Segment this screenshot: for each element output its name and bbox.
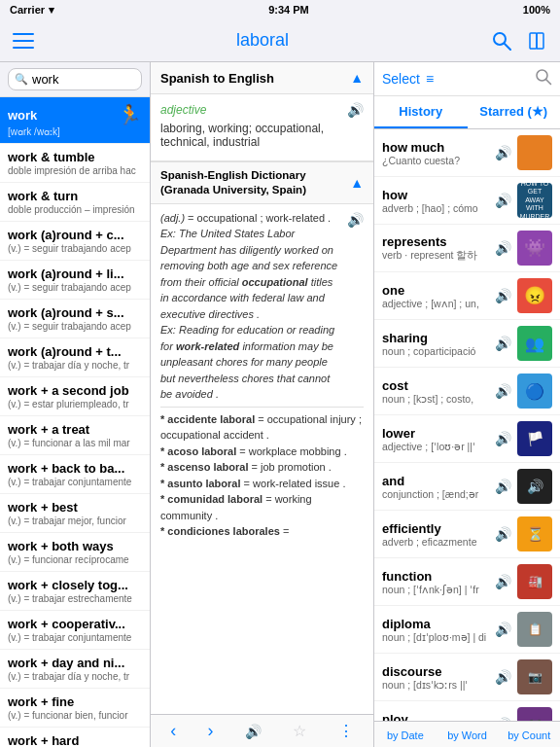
audio-icon[interactable]: 🔊	[495, 336, 511, 351]
next-button[interactable]: ›	[208, 721, 214, 741]
list-item[interactable]: work + hard (v.) = trabajar mucho, traba…	[0, 728, 150, 747]
history-thumbnail: 👾	[517, 231, 552, 266]
status-bar: Carrier ▾ 9:34 PM 100%	[0, 0, 560, 19]
history-thumbnail: 📋	[517, 612, 552, 647]
word-text: work + a treat	[8, 422, 142, 437]
list-item[interactable]: work + cooperativ... (v.) = trabajar con…	[0, 611, 150, 650]
wifi-icon: ▾	[49, 4, 54, 17]
list-item[interactable]: diploma noun ; [dɪˈploʊ·mə] | di 🔊 📋	[374, 606, 560, 654]
audio-icon[interactable]: 🔊	[495, 479, 511, 494]
entry-text: (adj.) = occupational ; work-related . E…	[160, 212, 337, 401]
tab-by-count[interactable]: by Count	[498, 722, 560, 747]
svg-point-3	[494, 33, 506, 45]
select-button[interactable]: Select	[382, 71, 420, 87]
menu-button[interactable]	[10, 27, 37, 54]
list-item[interactable]: efficiently adverb ; eficazmente 🔊 ⏳	[374, 511, 560, 558]
word-text: work	[8, 108, 37, 123]
list-item[interactable]: work + best (v.) = trabajar mejor, funci…	[0, 494, 150, 533]
word-text: work + cooperativ...	[8, 617, 142, 631]
word-text: work (a)round + s...	[8, 305, 142, 320]
list-item[interactable]: how much ¿Cuanto cuesta? 🔊	[374, 129, 560, 177]
tab-starred[interactable]: Starred (★)	[468, 96, 561, 128]
audio-button2[interactable]: 🔊	[347, 210, 364, 231]
carrier-text: Carrier	[10, 4, 45, 16]
history-word: efficiently	[382, 521, 489, 536]
word-text: work & turn	[8, 189, 142, 203]
word-text: work & tumble	[8, 150, 142, 164]
word-pronunciation: [wɑrk /wɑːk]	[8, 126, 142, 137]
list-item[interactable]: work + fine (v.) = funcionar bien, funci…	[0, 689, 150, 728]
history-thumbnail: HOW TO GET AWAY WITH MURDER	[517, 183, 552, 218]
list-item[interactable]: discourse noun ; [dɪsˈkɔːrs ||ˈ 🔊 📷	[374, 654, 560, 701]
search-input[interactable]	[32, 72, 151, 87]
battery-text: 100%	[523, 4, 550, 16]
tab-history[interactable]: History	[374, 96, 468, 128]
word-list: work 🏃 [wɑrk /wɑːk] work & tumble doble …	[0, 97, 150, 747]
book-nav-button[interactable]	[523, 27, 550, 54]
list-item[interactable]: work + day and ni... (v.) = trabajar día…	[0, 650, 150, 689]
audio-icon[interactable]: 🔊	[495, 526, 511, 542]
list-item[interactable]: work + a second job (v.) = estar pluriem…	[0, 377, 150, 416]
list-item[interactable]: work & turn doble producción – impresión	[0, 183, 150, 222]
history-def: noun ; coparticipació	[382, 345, 489, 357]
prev-button[interactable]: ‹	[170, 721, 176, 741]
list-item[interactable]: work 🏃 [wɑrk /wɑːk]	[0, 97, 150, 144]
history-thumbnail: 🔊	[517, 469, 552, 504]
word-text: work + best	[8, 500, 142, 515]
filter-lines-icon[interactable]: ≡	[426, 71, 434, 87]
audio-icon[interactable]: 🔊	[495, 193, 511, 208]
list-item[interactable]: cost noun ; [kɔst] ; costo, 🔊 🔵	[374, 368, 560, 415]
history-def: noun ; [dɪˈploʊ·mə] | di	[382, 631, 489, 643]
word-sub: (v.) = funcionar recíprocame	[8, 554, 142, 565]
dict-section2-header: Spanish-English Dictionary (Granada Univ…	[151, 161, 373, 204]
list-item[interactable]: work + a treat (v.) = funcionar a las mi…	[0, 416, 150, 455]
audio-icon[interactable]: 🔊	[495, 574, 511, 589]
list-item[interactable]: one adjective ; [wʌn] ; un, 🔊 😠	[374, 272, 560, 320]
audio-icon[interactable]: 🔊	[495, 622, 511, 637]
audio-icon[interactable]: 🔊	[495, 383, 511, 399]
svg-line-4	[505, 44, 510, 50]
part-of-speech: adjective	[160, 103, 206, 117]
list-item[interactable]: how adverb ; [hao] ; cómo 🔊 HOW TO GET A…	[374, 177, 560, 225]
audio-icon[interactable]: 🔊	[495, 669, 511, 685]
compound-entries: * accidente laboral = occupational injur…	[160, 411, 364, 540]
more-button[interactable]: ⋮	[338, 722, 354, 740]
history-word: represents	[382, 234, 489, 249]
svg-rect-0	[13, 33, 34, 35]
tab-by-date[interactable]: by Date	[374, 722, 437, 747]
history-thumbnail: 🏳️	[517, 421, 552, 456]
collapse2-icon[interactable]: ▲	[350, 175, 364, 191]
word-text: work + closely tog...	[8, 578, 142, 592]
audio-button[interactable]: 🔊	[347, 102, 364, 118]
list-item[interactable]: work & tumble doble impresión de arriba …	[0, 144, 150, 183]
history-word: ploy	[382, 712, 489, 722]
list-item[interactable]: and conjunction ; [ænd;ər 🔊 🔊	[374, 463, 560, 511]
star-button[interactable]: ☆	[293, 722, 306, 740]
list-item[interactable]: work (a)round + t... (v.) = trabajar día…	[0, 338, 150, 377]
list-item[interactable]: work (a)round + c... (v.) = seguir traba…	[0, 222, 150, 261]
list-item[interactable]: ploy noun ; [plɔɪ] ; táctica, 🔊 🎮	[374, 701, 560, 721]
list-item[interactable]: work + both ways (v.) = funcionar recípr…	[0, 533, 150, 572]
search-nav-button[interactable]	[488, 27, 515, 54]
history-thumbnail: 🏭	[517, 564, 552, 599]
list-item[interactable]: function noun ; [ˈfʌnk·ʃən] | ˈfr 🔊 🏭	[374, 558, 560, 606]
tab-by-word[interactable]: by Word	[437, 722, 499, 747]
list-item[interactable]: lower adjective ; [ˈloʊ·ər ||ˈ 🔊 🏳️	[374, 415, 560, 463]
list-item[interactable]: sharing noun ; coparticipació 🔊 👥	[374, 320, 560, 368]
svg-rect-6	[537, 33, 543, 49]
audio-icon[interactable]: 🔊	[495, 288, 511, 303]
audio-icon[interactable]: 🔊	[495, 431, 511, 446]
list-item[interactable]: work (a)round + li... (v.) = seguir trab…	[0, 261, 150, 300]
audio-icon[interactable]: 🔊	[495, 145, 511, 160]
audio-center-button[interactable]: 🔊	[245, 724, 262, 739]
list-item[interactable]: work + closely tog... (v.) = trabajar es…	[0, 572, 150, 611]
search-right-icon[interactable]	[535, 68, 552, 89]
right-tabs: History Starred (★)	[374, 96, 560, 129]
word-sub: (v.) = funcionar a las mil mar	[8, 438, 142, 448]
collapse-icon[interactable]: ▲	[350, 70, 364, 86]
list-item[interactable]: work + back to ba... (v.) = trabajar con…	[0, 455, 150, 494]
audio-icon[interactable]: 🔊	[495, 240, 511, 256]
svg-rect-5	[530, 33, 537, 49]
list-item[interactable]: work (a)round + s... (v.) = seguir traba…	[0, 300, 150, 338]
list-item[interactable]: represents verb · represent 할하 🔊 👾	[374, 225, 560, 272]
